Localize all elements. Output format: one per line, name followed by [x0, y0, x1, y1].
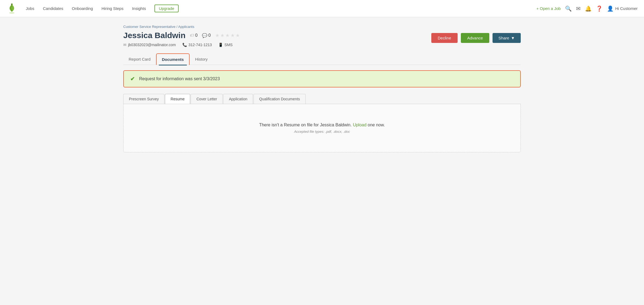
comment-count: 0 — [208, 33, 211, 38]
tag-count-badge: 🏷 0 — [190, 33, 198, 38]
nav-insights[interactable]: Insights — [132, 6, 146, 11]
candidate-header: Jessica Baldwin 🏷 0 💬 0 ★ ★ ★ ★ ★ — [123, 31, 521, 47]
page-content: Customer Service Representative / Applic… — [113, 17, 531, 160]
breadcrumb: Customer Service Representative / Applic… — [123, 25, 521, 29]
tag-count: 0 — [195, 33, 198, 38]
doc-tab-qualification[interactable]: Qualification Documents — [254, 94, 306, 104]
upload-link[interactable]: Upload — [353, 123, 367, 127]
candidate-phone: 📞 312-741-1213 — [182, 43, 212, 47]
doc-tab-resume[interactable]: Resume — [165, 94, 190, 104]
star-5[interactable]: ★ — [236, 32, 240, 38]
nav-hiring-steps[interactable]: Hiring Steps — [102, 6, 124, 11]
doc-tab-application[interactable]: Application — [223, 94, 253, 104]
navbar-actions: + Open a Job 🔍 ✉ 🔔 ❓ 👤 Hi Customer — [536, 5, 638, 12]
svg-point-0 — [9, 12, 15, 14]
tag-icon: 🏷 — [190, 33, 194, 38]
nav-candidates[interactable]: Candidates — [43, 6, 63, 11]
candidate-actions: Decline Advance Share ▼ — [431, 33, 521, 43]
decline-button[interactable]: Decline — [431, 33, 458, 43]
check-icon: ✔ — [130, 76, 135, 82]
notifications-button[interactable]: 🔔 — [585, 5, 592, 12]
email-value[interactable]: jb03032023@mailinator.com — [128, 43, 176, 47]
candidate-name: Jessica Baldwin — [123, 31, 186, 40]
advance-button[interactable]: Advance — [461, 33, 489, 43]
email-icon: ✉ — [123, 43, 126, 47]
star-2[interactable]: ★ — [220, 32, 225, 38]
svg-point-1 — [11, 3, 13, 5]
banner-message: Request for information was sent 3/3/202… — [139, 76, 220, 81]
star-3[interactable]: ★ — [225, 32, 230, 38]
tab-report-card[interactable]: Report Card — [123, 54, 156, 65]
candidate-email: ✉ jb03032023@mailinator.com — [123, 43, 176, 47]
tab-documents[interactable]: Documents — [156, 53, 190, 65]
nav-upgrade[interactable]: Upgrade — [154, 5, 179, 12]
document-content-area: There isn't a Resume on file for Jessica… — [123, 104, 521, 152]
doc-tab-prescreen[interactable]: Prescreen Survey — [123, 94, 164, 104]
share-button[interactable]: Share ▼ — [493, 33, 521, 43]
candidate-sms: 📱 SMS — [218, 43, 233, 47]
phone-icon: 📞 — [182, 43, 187, 47]
success-banner: ✔ Request for information was sent 3/3/2… — [123, 70, 521, 87]
share-label: Share — [498, 36, 509, 40]
nav-onboarding[interactable]: Onboarding — [72, 6, 93, 11]
user-menu[interactable]: 👤 Hi Customer — [607, 5, 638, 12]
empty-prefix: There isn't a Resume on file for Jessica… — [259, 123, 352, 127]
star-4[interactable]: ★ — [230, 32, 235, 38]
chevron-down-icon: ▼ — [511, 36, 515, 40]
star-1[interactable]: ★ — [215, 32, 219, 38]
accepted-file-types: Accepted file types: .pdf, .docx, .doc — [294, 130, 350, 134]
main-nav: Jobs Candidates Onboarding Hiring Steps … — [26, 5, 536, 12]
comment-icon: 💬 — [202, 33, 207, 38]
candidate-contact: ✉ jb03032023@mailinator.com 📞 312-741-12… — [123, 43, 240, 47]
app-logo[interactable] — [6, 3, 17, 14]
candidate-info: Jessica Baldwin 🏷 0 💬 0 ★ ★ ★ ★ ★ — [123, 31, 240, 47]
star-rating[interactable]: ★ ★ ★ ★ ★ — [215, 32, 240, 38]
breadcrumb-job[interactable]: Customer Service Representative — [123, 25, 175, 29]
tab-history[interactable]: History — [190, 54, 213, 65]
document-tabs: Prescreen Survey Resume Cover Letter App… — [123, 94, 521, 104]
phone-value[interactable]: 312-741-1213 — [189, 43, 212, 47]
navbar: Jobs Candidates Onboarding Hiring Steps … — [0, 0, 644, 17]
doc-tab-cover-letter[interactable]: Cover Letter — [191, 94, 223, 104]
user-label: Hi Customer — [615, 6, 638, 11]
mail-button[interactable]: ✉ — [576, 5, 581, 12]
empty-suffix: one now. — [368, 123, 385, 127]
nav-jobs[interactable]: Jobs — [26, 6, 34, 11]
sms-value[interactable]: SMS — [225, 43, 233, 47]
breadcrumb-section[interactable]: Applicants — [178, 25, 194, 29]
open-job-button[interactable]: + Open a Job — [536, 6, 560, 11]
search-button[interactable]: 🔍 — [565, 5, 572, 12]
candidate-name-row: Jessica Baldwin 🏷 0 💬 0 ★ ★ ★ ★ ★ — [123, 31, 240, 40]
empty-resume-message: There isn't a Resume on file for Jessica… — [259, 123, 385, 127]
comment-count-badge: 💬 0 — [202, 33, 211, 38]
main-tabs: Report Card Documents History — [123, 53, 521, 65]
help-button[interactable]: ❓ — [596, 5, 603, 12]
user-icon: 👤 — [607, 5, 614, 12]
sms-icon: 📱 — [218, 43, 223, 47]
